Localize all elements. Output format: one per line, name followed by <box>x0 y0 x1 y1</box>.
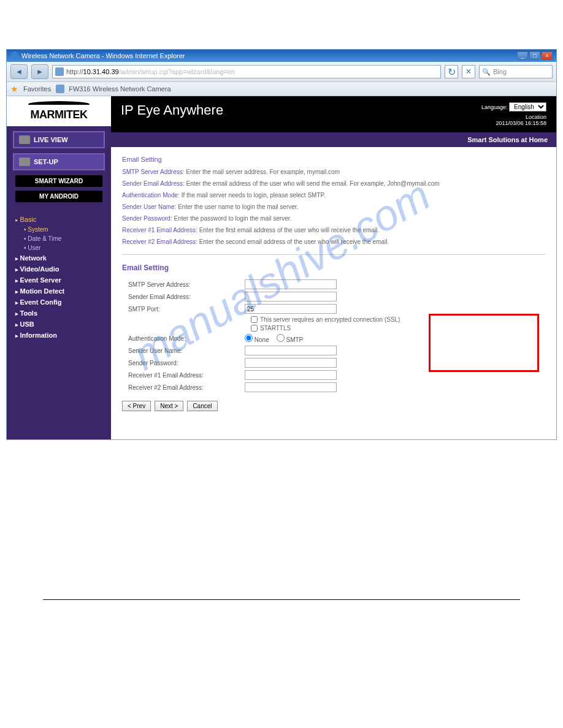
menu-motion-detect[interactable]: Motion Detect <box>15 286 102 297</box>
help-section: Email Setting SMTP Server Address: Enter… <box>122 156 545 246</box>
body-content: Email Setting SMTP Server Address: Enter… <box>111 147 556 420</box>
next-button[interactable]: Next > <box>155 401 183 411</box>
address-bar[interactable]: http:// 10.31.40.39 /admin/setup.cgi?app… <box>52 65 441 78</box>
sender-user-label: Sender User Name: <box>122 347 245 354</box>
live-view-label: LIVE VIEW <box>34 136 68 143</box>
live-view-button[interactable]: LIVE VIEW <box>13 131 105 148</box>
nav-toolbar: ◄ ► http:// 10.31.40.39 /admin/setup.cgi… <box>7 62 556 82</box>
smtp-server-label: SMTP Server Address: <box>122 281 245 288</box>
search-placeholder: Bing <box>493 68 507 75</box>
menu-event-config[interactable]: Event Config <box>15 297 102 308</box>
page-footer-line <box>43 599 520 600</box>
url-prefix: http:// <box>66 68 83 75</box>
help-line: Sender User Name: Enter the user name to… <box>122 203 545 211</box>
auth-mode-label: Authentication Mode: <box>122 335 245 342</box>
menu-basic-user[interactable]: User <box>24 243 102 252</box>
titlebar: Wireless Network Camera - Windows Intern… <box>7 50 556 62</box>
recv2-input[interactable] <box>245 382 337 392</box>
menu-usb[interactable]: USB <box>15 319 102 330</box>
my-android-button[interactable]: MY ANDROID <box>15 191 102 202</box>
help-line: Sender Email Address: Enter the email ad… <box>122 180 545 188</box>
content-area: manualshive.com MARMITEK LIVE VIEW SET-U… <box>7 96 556 439</box>
form-title: Email Setting <box>122 264 545 272</box>
main-area: IP Eye Anywhere Language: English Locati… <box>111 96 556 439</box>
menu-network[interactable]: Network <box>15 252 102 264</box>
sender-pass-input[interactable] <box>245 358 337 368</box>
help-line: Sender Password: Enter the password to l… <box>122 214 545 222</box>
page-title: IP Eye Anywhere <box>121 102 223 118</box>
tagline: Smart Solutions at Home <box>111 132 556 147</box>
starttls-label: STARTTLS <box>260 325 291 332</box>
url-path: /admin/setup.cgi?app=wizard&lang=en <box>119 68 236 75</box>
minimize-button[interactable]: _ <box>517 51 528 60</box>
menu-tools[interactable]: Tools <box>15 308 102 319</box>
favorite-link[interactable]: FW316 Wireless Network Camera <box>56 85 170 93</box>
recv2-label: Receiver #2 Email Address: <box>122 384 245 391</box>
smart-wizard-button[interactable]: SMART WIZARD <box>15 175 102 187</box>
menu-information[interactable]: Information <box>15 330 102 341</box>
ie-icon <box>10 51 19 60</box>
help-line: SMTP Server Address: Enter the mail serv… <box>122 168 545 176</box>
setup-button[interactable]: SET-UP <box>13 153 105 170</box>
favorites-label: Favorites <box>23 85 51 93</box>
brand-name: MARMITEK <box>10 108 107 121</box>
wizard-buttons: < Prev Next > Cancel <box>122 401 545 411</box>
menu-video-audio[interactable]: Video/Audio <box>15 264 102 275</box>
url-host: 10.31.40.39 <box>83 68 119 75</box>
close-button[interactable]: × <box>542 51 553 60</box>
sender-user-input[interactable] <box>245 346 337 355</box>
ssl-label: This server requires an encrypted connec… <box>260 316 400 323</box>
help-line: Receiver #1 Email Address: Enter the fir… <box>122 226 545 234</box>
help-line: Receiver #2 Email Address: Enter the sec… <box>122 238 545 246</box>
recv1-input[interactable] <box>245 370 337 380</box>
favorites-star-icon[interactable]: ★ <box>10 84 18 94</box>
page-header: IP Eye Anywhere Language: English Locati… <box>111 96 556 132</box>
ssl-checkbox[interactable] <box>251 316 258 323</box>
sidebar: MARMITEK LIVE VIEW SET-UP SMART WIZARD M… <box>7 96 111 439</box>
datetime: 2011/03/06 16:15:58 <box>481 120 546 126</box>
starttls-checkbox[interactable] <box>251 325 258 332</box>
language-label: Language: <box>481 104 508 110</box>
search-box[interactable]: 🔍 Bing <box>479 65 553 78</box>
language-select[interactable]: English <box>509 102 546 112</box>
logo: MARMITEK <box>7 96 111 126</box>
menu-basic-datetime[interactable]: Date & Time <box>24 234 102 243</box>
sender-email-input[interactable] <box>245 292 337 301</box>
auth-none-radio[interactable] <box>245 334 253 342</box>
auth-smtp-radio[interactable] <box>277 334 285 342</box>
recv1-label: Receiver #1 Email Address: <box>122 372 245 379</box>
browser-window: Wireless Network Camera - Windows Intern… <box>6 49 557 440</box>
divider <box>122 254 545 255</box>
menu-basic[interactable]: Basic <box>15 216 102 223</box>
menu-basic-system[interactable]: System <box>24 225 102 234</box>
logo-roof-icon <box>28 101 90 107</box>
smtp-port-input[interactable] <box>245 304 337 314</box>
setup-label: SET-UP <box>34 158 58 165</box>
cancel-button[interactable]: Cancel <box>187 401 217 411</box>
fav-link-text: FW316 Wireless Network Camera <box>69 85 170 93</box>
forward-button[interactable]: ► <box>31 64 48 79</box>
fav-page-icon <box>56 85 64 93</box>
sender-email-label: Sender Email Address: <box>122 294 245 300</box>
favorites-bar: ★ Favorites FW316 Wireless Network Camer… <box>7 82 556 96</box>
page-icon <box>55 67 64 76</box>
annotation-box <box>429 314 539 372</box>
camera-icon <box>19 135 30 144</box>
window-title: Wireless Network Camera - Windows Intern… <box>21 52 185 59</box>
prev-button[interactable]: < Prev <box>122 401 151 411</box>
maximize-button[interactable]: □ <box>529 51 540 60</box>
stop-button[interactable]: × <box>462 65 475 78</box>
help-line: Authentication Mode: If the mail server … <box>122 191 545 199</box>
smtp-port-label: SMTP Port: <box>122 306 245 313</box>
smtp-server-input[interactable] <box>245 279 337 289</box>
sender-pass-label: Sender Password: <box>122 360 245 366</box>
window-controls: _ □ × <box>517 51 553 60</box>
wrench-icon <box>19 157 30 166</box>
help-title: Email Setting <box>122 156 545 163</box>
menu-event-server[interactable]: Event Server <box>15 275 102 286</box>
location-label: Location <box>481 114 546 120</box>
back-button[interactable]: ◄ <box>10 64 28 79</box>
refresh-button[interactable]: ↻ <box>445 65 458 78</box>
